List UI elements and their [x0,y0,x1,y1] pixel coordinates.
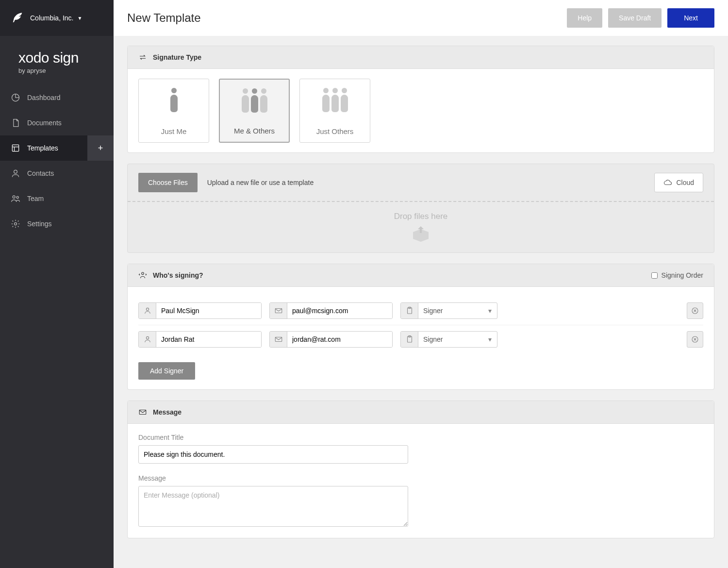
tile-label: Just Others [316,127,354,135]
svg-point-2 [14,170,17,173]
remove-signer-button[interactable] [687,302,703,319]
templates-icon [11,143,20,153]
document-title-input[interactable] [138,445,408,464]
add-signer-button[interactable]: Add Signer [138,362,195,380]
message-body: Document Title Message [128,424,714,538]
person-single-icon [170,88,178,112]
signer-name-input[interactable] [156,332,261,347]
svg-point-7 [146,308,149,310]
signer-email-group [269,331,393,348]
cloud-button[interactable]: Cloud [654,173,703,192]
signature-type-tiles: Just Me Me & Others [138,79,703,143]
signing-order-checkbox[interactable] [651,272,658,279]
tile-just-others[interactable]: Just Others [299,79,370,143]
nav-label: Team [27,195,44,202]
box-download-icon [411,225,430,243]
document-title-label: Document Title [138,434,703,441]
signers-body: Signer ▾ [128,287,714,389]
signing-order-toggle[interactable]: Signing Order [651,271,703,279]
dashboard-icon [11,93,20,102]
svg-point-6 [142,272,144,275]
people-others-icon [322,88,348,112]
close-circle-icon [691,306,699,315]
save-draft-button[interactable]: Save Draft [608,8,662,28]
person-icon [139,332,156,347]
envelope-icon [270,332,287,347]
upload-hint: Upload a new file or use a template [207,179,314,186]
svg-point-12 [146,336,149,339]
add-template-button[interactable]: + [87,135,114,161]
nav-label: Documents [27,119,62,127]
cloud-icon [663,178,672,187]
message-header: Message [128,401,714,424]
header-actions: Help Save Draft Next [567,8,714,28]
remove-signer-button[interactable] [687,331,703,348]
signer-row: Signer ▾ [138,325,703,353]
caret-down-icon: ▼ [77,16,82,21]
signature-type-body: Just Me Me & Others [128,69,714,152]
swap-icon [138,53,147,62]
nav-label: Contacts [27,169,54,177]
business-name: Columbia, Inc. [30,14,73,22]
settings-icon [11,219,20,229]
signature-type-header: Signature Type [128,46,714,69]
nav-templates[interactable]: Templates + [0,135,114,161]
choose-files-button[interactable]: Choose Files [138,173,198,192]
contacts-icon [11,168,20,178]
dropzone-label: Drop files here [394,212,448,221]
message-card: Message Document Title Message [127,401,714,538]
brand-name: xodo sign [18,50,103,66]
nav-team[interactable]: Team [0,186,114,211]
signers-card: Who's signing? Signing Order [127,264,714,390]
page-title: New Template [127,11,201,25]
signer-email-input[interactable] [287,303,392,318]
help-button[interactable]: Help [567,8,602,28]
cloud-label: Cloud [676,179,694,186]
message-label: Message [138,474,703,482]
page-header: New Template Help Save Draft Next [114,0,728,36]
signer-email-input[interactable] [287,332,392,347]
clipboard-icon [401,303,418,318]
svg-rect-13 [275,337,282,342]
nav-dashboard[interactable]: Dashboard [0,85,114,110]
tile-label: Me & Others [234,127,275,135]
feather-logo-icon [11,11,24,25]
nav-label: Templates [27,144,58,152]
section-title: Signature Type [153,53,201,61]
caret-down-icon: ▾ [482,332,497,347]
svg-point-4 [17,196,18,198]
signers-icon [138,271,147,280]
team-icon [11,194,20,203]
signer-email-group [269,302,393,319]
main: New Template Help Save Draft Next Signat… [114,0,728,559]
message-textarea[interactable] [138,486,408,527]
dropzone[interactable]: Drop files here [128,201,714,252]
signer-name-input[interactable] [156,303,261,318]
nav-label: Dashboard [27,94,61,101]
nav-contacts[interactable]: Contacts [0,161,114,186]
tile-label: Just Me [161,127,187,135]
business-switcher[interactable]: Columbia, Inc. ▼ [0,0,114,36]
content: Signature Type Just Me [114,36,728,559]
nav: Dashboard Documents Templates + Contacts… [0,85,114,236]
svg-rect-17 [139,410,146,415]
next-button[interactable]: Next [667,8,714,28]
tile-just-me[interactable]: Just Me [138,79,209,143]
nav-settings[interactable]: Settings [0,211,114,236]
signer-name-group [138,331,262,348]
tile-me-and-others[interactable]: Me & Others [219,79,290,143]
people-group-icon [242,88,267,113]
brand: xodo sign by apryse [0,36,114,77]
brand-subtitle: by apryse [18,67,103,74]
clipboard-icon [401,332,418,347]
signing-order-label: Signing Order [662,271,703,279]
sidebar: Columbia, Inc. ▼ xodo sign by apryse Das… [0,0,114,559]
signer-row: Signer ▾ [138,297,703,325]
caret-down-icon: ▾ [482,303,497,318]
nav-documents[interactable]: Documents [0,110,114,135]
signer-role-select[interactable]: Signer ▾ [400,331,497,348]
signer-role-select[interactable]: Signer ▾ [400,302,497,319]
nav-label: Settings [27,220,52,228]
envelope-icon [138,408,147,417]
documents-icon [11,118,20,128]
